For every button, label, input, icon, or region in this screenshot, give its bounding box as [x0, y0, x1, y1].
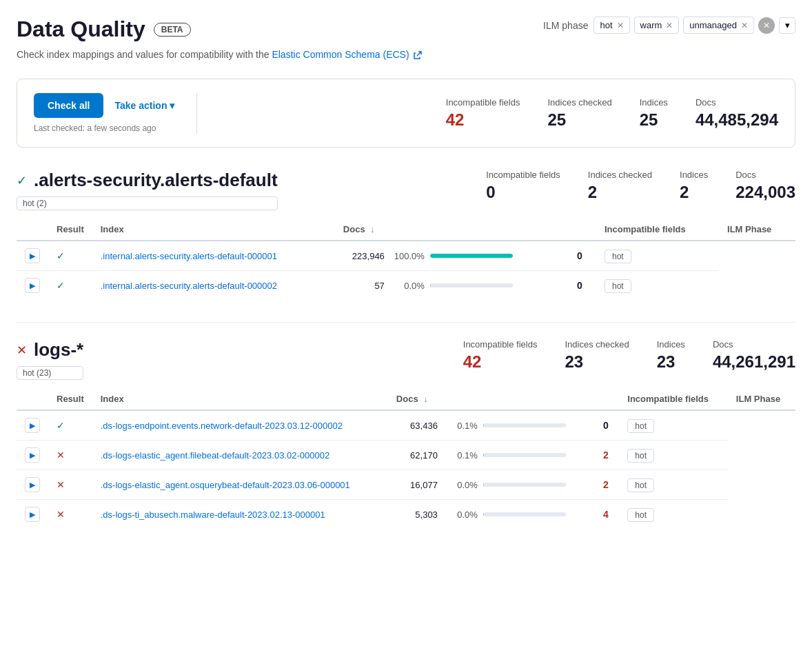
- group-stat-docs-value: 224,003: [735, 183, 795, 202]
- group-stat-indices-checked-label: Indices checked: [565, 339, 629, 350]
- row-progress-bar: [430, 283, 431, 287]
- docs-sort-icon[interactable]: ↓: [370, 224, 375, 234]
- group-stat-docs: Docs 224,003: [735, 170, 795, 202]
- row-incompatible: 0: [569, 271, 596, 301]
- docs-sort-icon[interactable]: ↓: [423, 394, 428, 404]
- filter-expand-button[interactable]: ▾: [779, 17, 795, 34]
- row-index-name: .ds-logs-endpoint.events.network-default…: [92, 410, 388, 441]
- group-phase-badge: hot (23): [17, 366, 83, 380]
- filter-tag-unmanaged-close[interactable]: ✕: [741, 21, 748, 30]
- group-stat-incompatible-value: 42: [463, 352, 538, 372]
- row-ilm-badge: hot: [627, 478, 654, 492]
- row-progress-bar-wrap: [483, 512, 566, 516]
- col-index: Index: [92, 388, 388, 410]
- row-docs-number: 62,170: [396, 450, 438, 461]
- groups-container: ✓ .alerts-security.alerts-default hot (2…: [17, 170, 795, 529]
- col-result: Result: [48, 219, 92, 241]
- row-expand-button[interactable]: ▶: [25, 477, 40, 492]
- row-incompatible-value: 2: [603, 450, 609, 461]
- row-docs-pct: 0.1%: [443, 450, 478, 461]
- col-index: Index: [92, 219, 335, 241]
- group-stat-docs-value: 44,261,291: [713, 352, 795, 372]
- group-header: ✓ .alerts-security.alerts-default hot (2…: [17, 170, 795, 210]
- filter-clear-button[interactable]: ✕: [758, 17, 775, 34]
- group-phase-badge: hot (2): [17, 196, 278, 210]
- row-docs-pct: 0.0%: [443, 509, 478, 520]
- row-docs-number: 57: [343, 281, 385, 291]
- row-ilm-badge: hot: [627, 508, 654, 522]
- group-stat-indices-checked: Indices checked 23: [565, 339, 629, 372]
- row-status-icon: ✓: [57, 280, 65, 291]
- external-link-icon: [414, 51, 422, 59]
- summary-divider: [196, 93, 197, 133]
- row-index-name: .ds-logs-elastic_agent.filebeat-default-…: [92, 441, 388, 470]
- group-divider: [17, 322, 795, 323]
- subtitle: Check index mappings and values for comp…: [17, 48, 422, 62]
- row-expand-button[interactable]: ▶: [25, 248, 40, 263]
- row-ilm-badge: hot: [605, 250, 631, 263]
- row-expand-button[interactable]: ▶: [25, 507, 40, 522]
- data-table-alerts-security: Result Index Docs ↓ Incompatible fields …: [17, 219, 795, 300]
- row-incompatible: 4: [595, 500, 619, 529]
- row-ilm-badge: hot: [627, 449, 654, 463]
- row-docs-number: 223,946: [343, 251, 385, 261]
- table-row: ▶ ✓ .internal.alerts-security.alerts-def…: [17, 241, 795, 271]
- filter-bar: ILM phase hot ✕ warm ✕ unmanaged ✕ ✕ ▾: [543, 17, 795, 34]
- filter-tag-unmanaged: unmanaged ✕: [683, 17, 754, 34]
- row-incompatible-value: 0: [577, 250, 582, 261]
- row-status-icon: ✕: [57, 450, 65, 461]
- row-docs-pct: 100.0%: [390, 251, 425, 261]
- filter-tag-warm-close[interactable]: ✕: [666, 21, 673, 30]
- summary-stats: Incompatible fields 42 Indices checked 2…: [219, 97, 778, 130]
- ecs-link[interactable]: Elastic Common Schema (ECS): [272, 49, 409, 60]
- group-stat-docs: Docs 44,261,291: [713, 339, 795, 372]
- row-incompatible: 0: [569, 241, 596, 271]
- row-ilm-badge: hot: [627, 419, 654, 433]
- group-stat-incompatible-value: 0: [486, 183, 560, 202]
- row-ilm-badge: hot: [605, 279, 631, 293]
- col-incompatible: Incompatible fields: [596, 219, 719, 241]
- row-expand-button[interactable]: ▶: [25, 447, 40, 463]
- last-checked: Last checked: a few seconds ago: [34, 123, 174, 133]
- index-group-logs: ✕ logs-* hot (23) Incompatible fields 42…: [17, 339, 795, 529]
- stat-indices: Indices 25: [640, 97, 668, 130]
- row-progress-bar: [483, 483, 484, 487]
- group-stats: Incompatible fields 0 Indices checked 2 …: [486, 170, 795, 202]
- actions-column: Check all Take action ▾ Last checked: a …: [34, 93, 174, 133]
- row-incompatible-value: 2: [603, 479, 609, 490]
- table-row: ▶ ✓ .internal.alerts-security.alerts-def…: [17, 271, 795, 301]
- check-all-button[interactable]: Check all: [34, 93, 103, 118]
- stat-docs: Docs 44,485,294: [696, 97, 778, 130]
- row-ilm-phase: hot: [619, 470, 728, 500]
- row-docs-cell: 57 0.0%: [335, 271, 569, 301]
- group-stat-indices-checked-value: 2: [588, 183, 652, 202]
- group-title-row: ✕ logs-*: [17, 339, 83, 361]
- col-docs-pct: [595, 388, 619, 410]
- subtitle-text: Check index mappings and values for comp…: [17, 49, 272, 60]
- row-status-icon: ✕: [57, 509, 65, 520]
- page-header: Data Quality BETA Check index mappings a…: [17, 17, 795, 62]
- stat-docs-value: 44,485,294: [696, 110, 778, 130]
- row-index-name: .ds-logs-ti_abusech.malware-default-2023…: [92, 500, 388, 529]
- group-title-row: ✓ .alerts-security.alerts-default: [17, 170, 278, 191]
- filter-tag-hot-close[interactable]: ✕: [617, 21, 624, 30]
- group-name: logs-*: [34, 339, 83, 361]
- row-progress-bar-wrap: [483, 453, 566, 457]
- row-incompatible-value: 4: [603, 509, 609, 520]
- take-action-button[interactable]: Take action ▾: [114, 100, 174, 111]
- table-row: ▶ ✕ .ds-logs-ti_abusech.malware-default-…: [17, 500, 795, 529]
- row-expand-button[interactable]: ▶: [25, 418, 40, 433]
- stat-indices-label: Indices: [640, 97, 668, 108]
- row-expand-button[interactable]: ▶: [25, 278, 40, 293]
- group-stat-indices-checked-label: Indices checked: [588, 170, 652, 180]
- row-ilm-phase: hot: [619, 500, 728, 529]
- row-docs-pct: 0.0%: [390, 281, 425, 291]
- filter-tag-hot-label: hot: [600, 20, 612, 30]
- filter-tag-unmanaged-label: unmanaged: [689, 20, 737, 30]
- row-progress-bar: [483, 453, 484, 457]
- group-status-icon: ✓: [17, 173, 27, 188]
- row-status-icon: ✓: [57, 250, 65, 261]
- row-index-name: .ds-logs-elastic_agent.osquerybeat-defau…: [92, 470, 388, 500]
- group-stat-indices: Indices 2: [680, 170, 708, 202]
- group-stat-indices-value: 2: [680, 183, 708, 202]
